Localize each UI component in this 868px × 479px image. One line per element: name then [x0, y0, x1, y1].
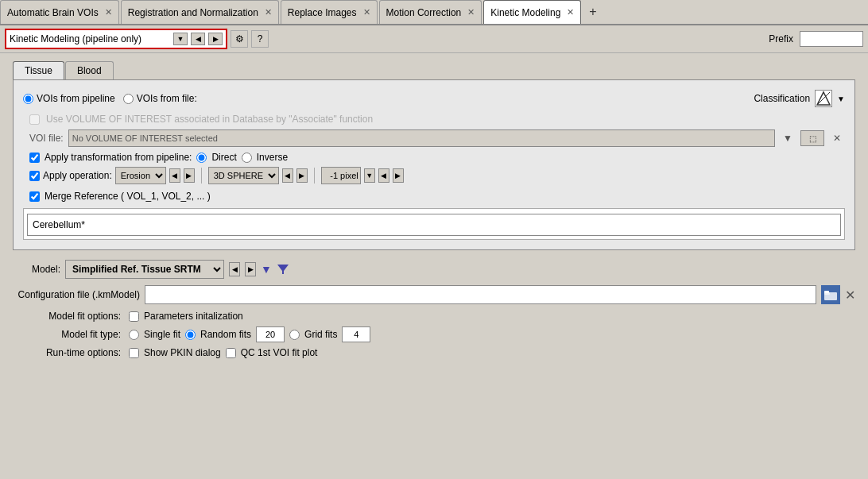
reference-container	[23, 208, 845, 240]
qc-fit-label: QC 1st VOI fit plot	[241, 347, 318, 358]
prefix-label: Prefix	[769, 33, 793, 44]
grid-fits-input[interactable]	[342, 326, 370, 342]
model-label: Model:	[13, 264, 60, 275]
op-next-btn[interactable]: ▶	[184, 168, 195, 183]
no-volume-label: No VOLUME OF INTEREST selected	[72, 133, 218, 143]
tab-bar: Automatic Brain VOIs ✕ Registration and …	[0, 0, 868, 25]
apply-transform-label: Apply transformation from pipeline:	[45, 152, 192, 163]
sub-tab-bar: Tissue Blood	[13, 61, 855, 79]
folder-icon	[824, 289, 837, 300]
voi-dropdown-btn[interactable]: ▼	[780, 130, 796, 146]
fit-options-row: Model fit options: Parameters initalizat…	[25, 311, 855, 322]
apply-transform-checkbox[interactable]	[29, 153, 40, 163]
voi-from-file-radio[interactable]	[123, 94, 134, 104]
inverse-label: Inverse	[257, 152, 288, 163]
direct-radio[interactable]	[196, 153, 207, 163]
tab-motion-correction-close[interactable]: ✕	[467, 7, 475, 17]
classification-row: Classification ▼	[754, 90, 845, 107]
filter-icon[interactable]: ▼	[261, 263, 272, 276]
sphere-select[interactable]: 3D SPHERE	[208, 167, 279, 184]
model-select[interactable]: Simplified Ref. Tissue SRTM	[65, 260, 224, 279]
prefix-input[interactable]	[800, 31, 863, 47]
op-prev-btn[interactable]: ◀	[169, 168, 180, 183]
sphere-prev-btn[interactable]: ◀	[282, 168, 293, 183]
pipeline-next-btn[interactable]: ▶	[208, 33, 223, 45]
use-volume-checkbox[interactable]	[29, 114, 40, 125]
config-input[interactable]	[145, 285, 816, 304]
model-next-btn[interactable]: ▶	[245, 262, 256, 276]
svg-rect-5	[824, 291, 829, 293]
runtime-row: Run-time options: Show PKIN dialog QC 1s…	[25, 347, 855, 358]
classification-dropdown[interactable]: ▼	[837, 95, 845, 103]
grid-fits-radio[interactable]	[289, 330, 300, 340]
voi-from-file-group: VOIs from file:	[123, 93, 197, 104]
model-prev-btn[interactable]: ◀	[229, 262, 240, 276]
erosion-select[interactable]: Erosion	[115, 167, 166, 184]
reference-input[interactable]	[27, 214, 841, 236]
fit-type-row: Model fit type: Single fit Random fits G…	[25, 326, 855, 342]
show-pkin-checkbox[interactable]	[129, 348, 139, 358]
runtime-label: Run-time options:	[25, 347, 121, 358]
pixel-input[interactable]	[321, 167, 361, 184]
tab-kinetic-modeling-close[interactable]: ✕	[567, 7, 574, 17]
tab-reg-norm[interactable]: Registration and Normalization ✕	[121, 0, 279, 24]
direct-label: Direct	[211, 152, 236, 163]
voi-nav-btn[interactable]: ⬚	[800, 130, 824, 146]
tab-replace-images[interactable]: Replace Images ✕	[281, 0, 378, 24]
config-clear-btn[interactable]: ✕	[845, 288, 855, 303]
use-volume-label: Use VOLUME OF INTEREST associated in Dat…	[46, 114, 373, 125]
pixel-prev-btn[interactable]: ◀	[378, 168, 389, 183]
settings-icon[interactable]: ⚙	[231, 30, 248, 48]
tab-add-button[interactable]: +	[583, 0, 603, 24]
single-fit-label: Single fit	[144, 329, 180, 340]
tab-motion-correction[interactable]: Motion Correction ✕	[379, 0, 482, 24]
random-fits-radio[interactable]	[185, 330, 196, 340]
use-volume-row: Use VOLUME OF INTEREST associated in Dat…	[29, 114, 845, 125]
tab-replace-images-label: Replace Images	[288, 7, 357, 18]
tab-auto-brain[interactable]: Automatic Brain VOIs ✕	[0, 0, 119, 24]
pixel-next-btn[interactable]: ▶	[393, 168, 404, 183]
voi-clear-btn[interactable]: ✕	[829, 130, 845, 146]
sub-tab-tissue[interactable]: Tissue	[13, 61, 64, 79]
sphere-next-btn[interactable]: ▶	[296, 168, 308, 183]
apply-op-checkbox[interactable]	[29, 171, 40, 181]
voi-path-box: No VOLUME OF INTEREST selected	[68, 129, 775, 147]
tab-reg-norm-close[interactable]: ✕	[265, 7, 272, 17]
merge-row: Merge Reference ( VOL_1, VOL_2, ... )	[29, 191, 845, 202]
voi-source-row: VOIs from pipeline VOIs from file: Class…	[23, 90, 845, 107]
main-content: Tissue Blood VOIs from pipeline VOIs fro…	[0, 53, 868, 366]
params-init-checkbox[interactable]	[129, 311, 139, 322]
filter-funnel-icon[interactable]	[277, 263, 289, 276]
random-fits-label: Random fits	[200, 329, 251, 340]
random-fits-input[interactable]	[256, 326, 285, 342]
classification-box[interactable]	[815, 90, 832, 107]
merge-checkbox[interactable]	[29, 191, 40, 202]
inverse-radio[interactable]	[242, 153, 252, 163]
pipeline-prev-btn[interactable]: ◀	[191, 33, 205, 45]
config-label: Configuration file (.kmModel)	[13, 289, 140, 300]
tab-kinetic-modeling-label: Kinetic Modeling	[490, 7, 560, 18]
tab-replace-images-close[interactable]: ✕	[363, 7, 370, 17]
params-init-label: Parameters initalization	[144, 311, 243, 322]
help-button[interactable]: ?	[251, 30, 269, 48]
sub-tab-blood[interactable]: Blood	[65, 61, 114, 79]
pipeline-dropdown-btn[interactable]: ▼	[173, 33, 188, 45]
classification-icon	[816, 91, 831, 106]
voi-from-pipeline-group: VOIs from pipeline	[23, 93, 115, 104]
svg-marker-2	[277, 265, 289, 274]
voi-from-pipeline-label: VOIs from pipeline	[37, 93, 115, 104]
tab-kinetic-modeling[interactable]: Kinetic Modeling ✕	[483, 0, 581, 24]
qc-fit-checkbox[interactable]	[226, 348, 236, 358]
apply-op-label: Apply operation:	[43, 170, 112, 181]
apply-op-row: Apply operation: Erosion ◀ ▶ 3D SPHERE ◀…	[29, 167, 845, 184]
single-fit-radio[interactable]	[129, 330, 139, 340]
sub-tab-blood-label: Blood	[77, 65, 102, 76]
config-folder-btn[interactable]	[821, 285, 840, 304]
pixel-dropdown-btn[interactable]: ▼	[364, 168, 375, 183]
pipeline-selector[interactable]: Kinetic Modeling (pipeline only) ▼ ◀ ▶	[5, 29, 227, 49]
voi-from-file-label: VOIs from file:	[137, 93, 197, 104]
voi-from-pipeline-radio[interactable]	[23, 94, 33, 104]
grid-fits-label: Grid fits	[304, 329, 337, 340]
tab-auto-brain-close[interactable]: ✕	[105, 7, 112, 17]
fit-type-label: Model fit type:	[25, 329, 121, 340]
